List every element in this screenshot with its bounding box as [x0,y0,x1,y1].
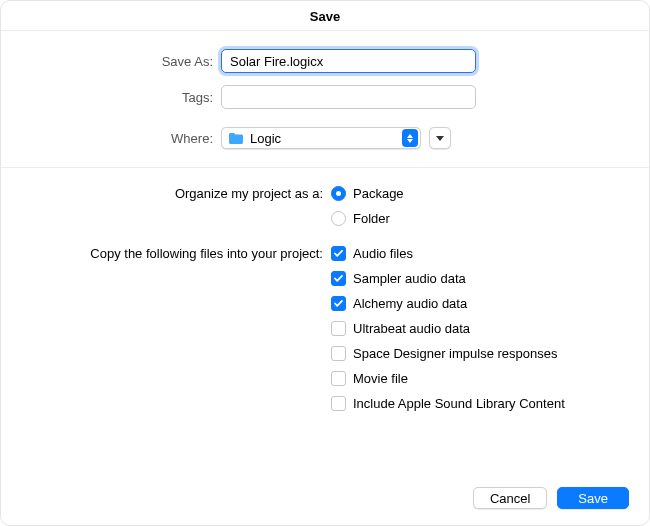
tags-label: Tags: [1,90,221,105]
updown-arrows-icon [402,129,418,147]
radio-folder[interactable] [331,211,346,226]
checkbox-movie-file[interactable] [331,371,346,386]
where-label: Where: [1,131,221,146]
copy-files-label: Copy the following files into your proje… [1,246,331,261]
radio-folder-label: Folder [353,211,390,226]
copy-row-3: Ultrabeat audio data [1,321,649,336]
checkbox-space-designer[interactable] [331,346,346,361]
where-value: Logic [250,131,402,146]
organize-label: Organize my project as a: [1,186,331,201]
dialog-content: Save As: Tags: Where: Logic [1,31,649,473]
radio-package-label: Package [353,186,404,201]
checkbox-space-designer-label: Space Designer impulse responses [353,346,558,361]
dialog-title: Save [1,1,649,31]
checkbox-sampler[interactable] [331,271,346,286]
radio-package[interactable] [331,186,346,201]
organize-row-package: Organize my project as a: Package [1,186,649,201]
checkbox-ultrabeat-label: Ultrabeat audio data [353,321,470,336]
checkbox-movie-file-label: Movie file [353,371,408,386]
check-icon [333,248,344,259]
checkbox-sampler-label: Sampler audio data [353,271,466,286]
folder-icon [228,132,244,145]
where-select[interactable]: Logic [221,127,421,149]
checkbox-audio-files-label: Audio files [353,246,413,261]
tags-row: Tags: [1,85,649,109]
check-icon [333,298,344,309]
copy-row-4: Space Designer impulse responses [1,346,649,361]
organize-row-folder: Folder [1,211,649,226]
checkbox-apple-sound-lib-label: Include Apple Sound Library Content [353,396,565,411]
chevron-down-icon [436,136,444,141]
where-row: Where: Logic [1,127,649,149]
save-button[interactable]: Save [557,487,629,509]
dialog-footer: Cancel Save [1,473,649,525]
save-dialog: Save Save As: Tags: Where: L [0,0,650,526]
copy-row-6: Include Apple Sound Library Content [1,396,649,411]
divider [1,167,649,168]
copy-row-0: Copy the following files into your proje… [1,246,649,261]
checkbox-audio-files[interactable] [331,246,346,261]
expand-button[interactable] [429,127,451,149]
tags-input[interactable] [221,85,476,109]
checkbox-alchemy[interactable] [331,296,346,311]
check-icon [333,273,344,284]
save-as-label: Save As: [1,54,221,69]
cancel-button[interactable]: Cancel [473,487,547,509]
checkbox-apple-sound-lib[interactable] [331,396,346,411]
copy-row-2: Alchemy audio data [1,296,649,311]
checkbox-ultrabeat[interactable] [331,321,346,336]
save-as-row: Save As: [1,49,649,73]
save-as-input[interactable] [221,49,476,73]
copy-row-5: Movie file [1,371,649,386]
copy-row-1: Sampler audio data [1,271,649,286]
checkbox-alchemy-label: Alchemy audio data [353,296,467,311]
